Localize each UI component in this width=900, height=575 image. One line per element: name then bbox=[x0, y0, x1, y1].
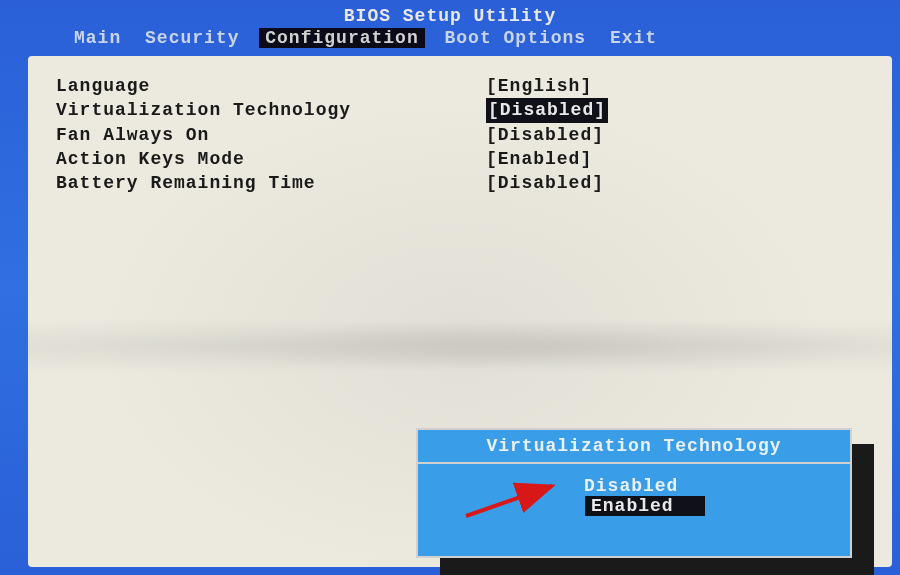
setting-label: Virtualization Technology bbox=[56, 98, 486, 122]
menu-item-boot-options[interactable]: Boot Options bbox=[441, 28, 591, 48]
setting-label: Language bbox=[56, 74, 486, 98]
setting-value: [Disabled] bbox=[486, 123, 604, 147]
popup-options: Disabled Enabled bbox=[418, 464, 850, 516]
popup-option-disabled[interactable]: Disabled bbox=[554, 476, 714, 496]
setting-row-fan[interactable]: Fan Always On [Disabled] bbox=[56, 123, 864, 147]
popup-virtualization: Virtualization Technology Disabled Enabl… bbox=[416, 428, 852, 558]
setting-value: [Enabled] bbox=[486, 147, 592, 171]
bios-title: BIOS Setup Utility bbox=[344, 6, 556, 26]
setting-row-language[interactable]: Language [English] bbox=[56, 74, 864, 98]
menu-item-main[interactable]: Main bbox=[70, 28, 125, 48]
menu-bar: Main Security Configuration Boot Options… bbox=[0, 26, 900, 54]
setting-label: Action Keys Mode bbox=[56, 147, 486, 171]
setting-label: Fan Always On bbox=[56, 123, 486, 147]
setting-value: [Disabled] bbox=[486, 171, 604, 195]
setting-value: [English] bbox=[486, 74, 592, 98]
menu-item-exit[interactable]: Exit bbox=[606, 28, 661, 48]
setting-row-action-keys[interactable]: Action Keys Mode [Enabled] bbox=[56, 147, 864, 171]
screen-smudge bbox=[28, 306, 892, 386]
setting-label: Battery Remaining Time bbox=[56, 171, 486, 195]
popup-option-enabled[interactable]: Enabled bbox=[585, 496, 705, 516]
menu-item-security[interactable]: Security bbox=[141, 28, 243, 48]
setting-value: [Disabled] bbox=[486, 98, 608, 122]
setting-row-virtualization[interactable]: Virtualization Technology [Disabled] bbox=[56, 98, 864, 122]
popup-title: Virtualization Technology bbox=[418, 430, 850, 464]
bios-header: BIOS Setup Utility bbox=[0, 0, 900, 26]
setting-row-battery-time[interactable]: Battery Remaining Time [Disabled] bbox=[56, 171, 864, 195]
menu-item-configuration[interactable]: Configuration bbox=[259, 28, 424, 48]
settings-panel: Language [English] Virtualization Techno… bbox=[28, 56, 892, 567]
